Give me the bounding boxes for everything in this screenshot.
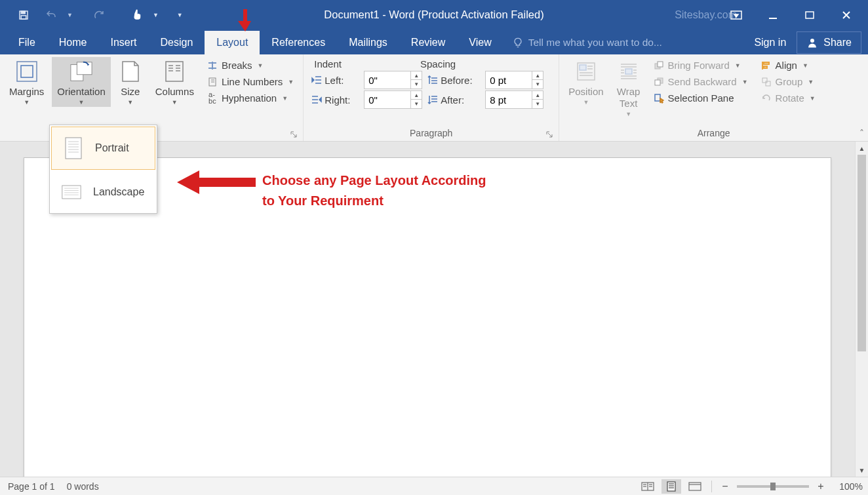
qat-customize[interactable]: ▼ — [173, 8, 187, 22]
annotation-arrow-down-icon — [238, 9, 252, 31]
group-button[interactable]: Group▼ — [759, 75, 818, 89]
svg-rect-34 — [580, 65, 586, 70]
tab-design[interactable]: Design — [148, 31, 205, 54]
svg-rect-1 — [21, 11, 25, 14]
spin-down[interactable]: ▼ — [411, 100, 422, 108]
columns-button[interactable]: Columns ▼ — [150, 57, 199, 107]
share-button[interactable]: Share — [797, 31, 861, 54]
touch-dropdown[interactable]: ▼ — [153, 12, 159, 18]
word-count[interactable]: 0 words — [67, 481, 99, 492]
group-arrange: Position ▼ WrapText ▼ Bring Forward▼ Sen… — [559, 54, 868, 141]
web-layout-button[interactable] — [685, 479, 705, 494]
breaks-button[interactable]: Breaks▼ — [205, 58, 296, 72]
spin-up[interactable]: ▲ — [532, 91, 543, 100]
tab-references[interactable]: References — [260, 31, 337, 54]
print-layout-button[interactable] — [661, 479, 681, 494]
scroll-thumb[interactable] — [858, 155, 866, 351]
tab-view[interactable]: View — [457, 31, 503, 54]
lightbulb-icon — [513, 37, 523, 48]
spin-down[interactable]: ▼ — [532, 80, 543, 89]
zoom-out-button[interactable]: − — [719, 480, 732, 493]
tell-me-placeholder: Tell me what you want to do... — [528, 37, 662, 49]
close-button[interactable] — [831, 5, 861, 25]
redo-button[interactable] — [87, 5, 111, 25]
group-arrange-label: Arrange — [698, 128, 730, 138]
send-backward-button[interactable]: Send Backward▼ — [651, 75, 751, 89]
zoom-percent[interactable]: 100% — [831, 481, 863, 492]
zoom-slider[interactable]: − + — [719, 480, 827, 493]
svg-rect-7 — [17, 62, 37, 81]
indent-header: Indent — [314, 58, 342, 69]
orientation-button[interactable]: Orientation ▼ — [52, 57, 110, 107]
undo-button[interactable] — [39, 5, 63, 25]
ribbon-display-button[interactable] — [721, 5, 751, 25]
zoom-in-button[interactable]: + — [814, 480, 827, 493]
landscape-icon — [62, 180, 81, 204]
orientation-portrait-item[interactable]: Portrait — [51, 127, 155, 170]
annotation-arrow-left-icon — [177, 169, 256, 195]
indent-right-icon — [311, 95, 322, 104]
indent-right-input[interactable]: ▲▼ — [364, 90, 422, 109]
spin-up[interactable]: ▲ — [411, 91, 422, 100]
spacing-after-label: After: — [427, 94, 480, 106]
bring-forward-button[interactable]: Bring Forward▼ — [651, 58, 751, 72]
group-paragraph-label: Paragraph — [410, 128, 452, 138]
vertical-scrollbar[interactable]: ▲ ▼ — [855, 142, 868, 477]
indent-right-label: Right: — [311, 94, 359, 106]
spin-up[interactable]: ▲ — [411, 71, 422, 80]
scroll-up-button[interactable]: ▲ — [856, 142, 868, 155]
tabbar: File Home Insert Design Layout Reference… — [0, 30, 868, 54]
spacing-before-input[interactable]: ▲▼ — [485, 71, 543, 89]
align-button[interactable]: Align▼ — [759, 58, 818, 72]
tab-review[interactable]: Review — [399, 31, 457, 54]
maximize-button[interactable] — [795, 5, 825, 25]
spin-down[interactable]: ▼ — [532, 100, 543, 108]
window-controls — [721, 5, 868, 25]
margins-button[interactable]: Margins ▼ — [4, 57, 49, 107]
tab-insert[interactable]: Insert — [98, 31, 148, 54]
svg-rect-75 — [667, 482, 675, 491]
line-numbers-icon — [207, 77, 218, 87]
page-setup-launcher[interactable] — [290, 130, 298, 138]
spacing-after-input[interactable]: ▲▼ — [485, 90, 543, 109]
line-numbers-button[interactable]: Line Numbers▼ — [205, 75, 296, 89]
sign-in-link[interactable]: Sign in — [743, 31, 797, 54]
group-icon — [761, 77, 772, 87]
touch-mode-button[interactable] — [125, 5, 149, 25]
svg-rect-51 — [655, 80, 660, 85]
wrap-text-button[interactable]: WrapText ▼ — [612, 57, 646, 119]
svg-point-6 — [810, 39, 814, 43]
selection-pane-button[interactable]: Selection Pane — [651, 91, 751, 105]
tab-file[interactable]: File — [7, 31, 47, 54]
margins-icon — [15, 60, 39, 83]
read-mode-button[interactable] — [638, 479, 658, 494]
undo-dropdown[interactable]: ▼ — [67, 12, 73, 18]
paragraph-launcher[interactable] — [545, 130, 553, 138]
indent-left-input[interactable]: ▲▼ — [364, 71, 422, 89]
zoom-thumb[interactable] — [770, 483, 776, 490]
size-button[interactable]: Size ▼ — [113, 57, 148, 107]
minimize-button[interactable] — [758, 5, 788, 25]
page-indicator[interactable]: Page 1 of 1 — [8, 481, 55, 492]
spin-down[interactable]: ▼ — [411, 80, 422, 89]
hyphenation-button[interactable]: a-bc Hyphenation▼ — [205, 91, 296, 105]
tab-mailings[interactable]: Mailings — [337, 31, 399, 54]
orientation-landscape-item[interactable]: Landscape — [50, 171, 157, 213]
svg-rect-64 — [62, 186, 81, 199]
svg-rect-11 — [166, 62, 183, 81]
send-backward-icon — [654, 77, 664, 87]
scroll-down-button[interactable]: ▼ — [856, 464, 868, 477]
tab-home[interactable]: Home — [47, 31, 99, 54]
hyphenation-icon: a-bc — [207, 93, 218, 104]
orientation-icon — [69, 60, 93, 83]
zoom-track[interactable] — [737, 485, 809, 488]
svg-rect-5 — [806, 12, 814, 18]
spin-up[interactable]: ▲ — [532, 71, 543, 80]
position-button[interactable]: Position ▼ — [563, 57, 608, 107]
save-button[interactable] — [12, 5, 35, 25]
tab-layout[interactable]: Layout — [205, 31, 260, 54]
tell-me-search[interactable]: Tell me what you want to do... — [503, 37, 671, 54]
rotate-button[interactable]: Rotate▼ — [759, 91, 818, 105]
quick-access-toolbar: ▼ ▼ ▼ — [0, 5, 187, 25]
collapse-ribbon-button[interactable]: ˄ — [859, 128, 864, 138]
